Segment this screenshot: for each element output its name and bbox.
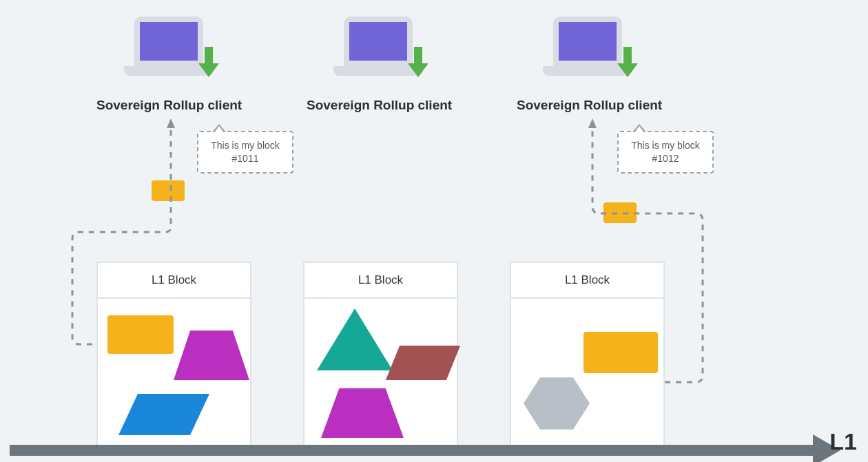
tx-shape-icon	[107, 315, 174, 354]
svg-marker-1	[198, 63, 219, 77]
download-arrow-icon	[616, 47, 639, 77]
l1-block-header: L1 Block	[304, 263, 457, 299]
speech-text: This is my block	[627, 139, 704, 152]
l1-block-body	[511, 299, 663, 450]
l1-block-card: L1 Block	[510, 262, 665, 451]
client-label: Sovereign Rollup client	[517, 98, 662, 113]
download-arrow-icon	[406, 47, 430, 77]
l1-block-card: L1 Block	[96, 262, 251, 451]
tx-shape-icon	[386, 346, 460, 380]
axis-label: L1	[829, 428, 857, 455]
svg-marker-3	[408, 63, 428, 77]
l1-block-header: L1 Block	[98, 263, 250, 299]
l1-block-body	[98, 299, 250, 450]
client-label: Sovereign Rollup client	[307, 98, 452, 113]
speech-bubble: This is my block #1012	[617, 131, 714, 174]
tx-shape-icon	[317, 308, 393, 370]
client-label: Sovereign Rollup client	[96, 98, 242, 113]
tx-shape-icon	[524, 375, 590, 432]
tx-shape-icon	[583, 332, 658, 373]
svg-rect-2	[414, 47, 422, 63]
data-packet-icon	[603, 202, 637, 223]
svg-rect-4	[623, 47, 632, 63]
l1-block-card: L1 Block	[303, 262, 458, 451]
timeline-axis	[10, 444, 813, 456]
tx-shape-icon	[174, 330, 249, 380]
speech-text: This is my block	[207, 139, 284, 152]
l1-block-body	[304, 299, 457, 450]
svg-marker-5	[617, 63, 638, 77]
svg-marker-6	[167, 118, 175, 128]
diagram-canvas: Sovereign Rollup client Sovereign Rollup…	[0, 0, 868, 462]
l1-block-header: L1 Block	[511, 263, 663, 299]
svg-marker-7	[588, 118, 597, 128]
svg-rect-0	[205, 47, 213, 63]
tx-shape-icon	[118, 394, 209, 435]
speech-block-id: #1011	[207, 152, 284, 165]
download-arrow-icon	[197, 47, 220, 77]
speech-block-id: #1012	[627, 152, 704, 165]
data-packet-icon	[152, 180, 185, 201]
speech-bubble: This is my block #1011	[197, 131, 293, 174]
tx-shape-icon	[321, 388, 404, 438]
